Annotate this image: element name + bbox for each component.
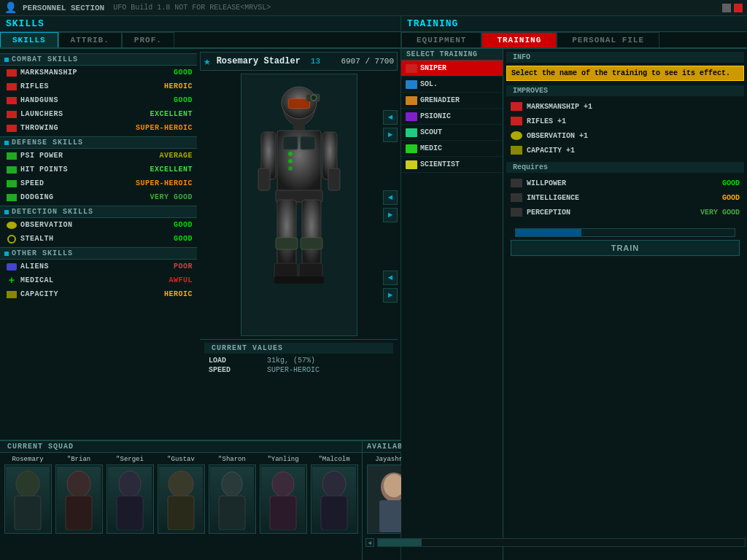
skills-title: SKILLS [6,18,44,29]
svg-point-28 [67,471,90,497]
cv-load: LOAD 31kg, (57%) [204,356,393,365]
improves-row-1: RIFLES +1 [506,114,744,128]
minimize-btn[interactable] [722,4,731,12]
skill-dodging: DODGING VERY GOOD [0,190,197,204]
svg-point-30 [119,471,141,497]
squad-member-0[interactable]: Rosemary [3,456,53,534]
portrait-6 [311,464,358,534]
requires-header: Requires [506,162,744,173]
improves-observation-icon [511,131,522,140]
portrait-4 [209,464,256,534]
capacity-icon [6,290,18,299]
close-btn[interactable] [734,4,743,12]
training-item-scientist[interactable]: SCIENTIST [401,157,503,173]
squad-members-list: Rosemary "Brian [0,453,362,537]
improves-row-3: CAPACITY +1 [506,143,744,158]
soldier-name-bar: ★ Rosemary Stadler 13 6907 / 7700 [200,52,398,71]
training-item-medic[interactable]: MEDIC [401,141,503,157]
progress-bar-bg [515,228,735,237]
tab-attrib[interactable]: ATTRIB. [58,32,122,47]
skill-stealth: STEALTH GOOD [0,232,197,246]
svg-point-32 [169,471,193,497]
training-item-grenadier[interactable]: GRENADIER [401,93,503,109]
build-info: UFO Build 1.8 NOT FOR RELEASE<MRVSL> [113,4,271,12]
training-tab-bar: EQUIPMENT TRAINING PERSONAL FILE [401,32,747,49]
info-header: INFO [506,52,744,63]
train-button[interactable]: TRAIN [511,240,740,256]
prev-arrow-3[interactable]: ◄ [383,271,398,285]
train-btn-area: TRAIN [506,219,744,262]
skill-throwing: THROWING SUPER-HEROIC [0,121,197,135]
skill-launchers: LAUNCHERS EXCELLENT [0,107,197,121]
soldier-figure: ★ Rosemary Stadler 13 6907 / 7700 [197,49,400,440]
tab-personal-file[interactable]: PERSONAL FILE [557,32,659,47]
other-sq-icon [4,252,9,256]
req-intelligence-icon [511,193,522,202]
training-item-sol[interactable]: SOL. [401,77,503,93]
improves-row-2: OBSERVATION +1 [506,128,744,143]
tab-equipment[interactable]: EQUIPMENT [401,32,481,47]
nav-arrows-3: ◄ ► [383,271,398,304]
launchers-icon [6,110,18,119]
req-perception-icon [511,208,522,217]
scroll-bar[interactable] [377,538,746,547]
soldier-rank: 13 [311,57,320,66]
skill-rifles: RIFLES HEROIC [0,79,197,93]
aliens-icon [6,262,18,271]
scroll-thumb [378,539,422,546]
squad-member-5[interactable]: "Yanling [258,456,308,534]
svg-rect-27 [15,496,41,530]
training-item-scout[interactable]: SCOUT [401,125,503,141]
svg-point-38 [322,471,346,497]
skills-header: SKILLS [0,16,400,32]
improves-row-0: MARKSMANSHIP +1 [506,99,744,114]
dodging-icon [6,193,18,202]
other-skills-header: OTHER SKILLS [0,247,197,260]
tab-prof[interactable]: PROF. [122,32,174,47]
training-title: TRAINING [407,18,458,29]
svg-rect-18 [301,238,322,249]
nav-arrows: ◄ ► [383,110,398,144]
speed-icon [6,179,18,188]
soldier-portrait [241,74,357,336]
squad-member-2[interactable]: "Sergei [105,456,155,534]
soldier-rank-icon: ★ [204,54,211,69]
tab-skills[interactable]: SKILLS [0,32,58,47]
combat-skills-header: COMBAT SKILLS [0,53,197,66]
training-item-sniper[interactable]: SNIPER [401,61,503,77]
prev-arrow-2[interactable]: ◄ [383,190,398,205]
squad-member-1[interactable]: "Brian [54,456,104,534]
next-arrow-3[interactable]: ► [383,288,398,303]
training-tooltip: Select the name of the training to see i… [506,66,744,81]
requires-row-0: WILLPOWER GOOD [506,176,744,190]
detection-skills-header: DETECTION SKILLS [0,206,197,218]
rifles-icon [6,82,18,91]
skill-psi: PSI POWER AVERAGE [0,149,197,163]
svg-rect-35 [219,496,245,530]
training-list-panel: SELECT TRAINING SNIPER SOL. GRENADIER PS… [401,49,503,560]
svg-rect-15 [277,200,296,265]
scroll-left-btn[interactable]: ◄ [365,538,374,547]
skills-tab-bar: SKILLS ATTRIB. PROF. [0,32,400,49]
next-arrow-2[interactable]: ► [383,208,398,222]
squad-member-3[interactable]: "Gustav [156,456,206,534]
training-item-psionic[interactable]: PSIONIC [401,109,503,125]
squad-member-6[interactable]: "Malcolm [309,456,359,534]
left-panel: SKILLS SKILLS ATTRIB. PROF. COMBAT SKILL… [0,16,401,560]
tab-training[interactable]: TRAINING [481,32,557,47]
soldier-icon [406,80,417,89]
progress-bar-fill [516,229,581,236]
skill-capacity: CAPACITY HEROIC [0,287,197,301]
portrait-0 [4,464,52,534]
skill-handguns: HANDGUNS GOOD [0,93,197,107]
observation-icon [6,221,18,230]
prev-arrow[interactable]: ◄ [383,110,398,125]
marksmanship-icon [6,69,18,77]
right-panel: TRAINING EQUIPMENT TRAINING PERSONAL FIL… [401,16,747,560]
squad-member-4[interactable]: "Sharon [207,456,257,534]
next-arrow[interactable]: ► [383,128,398,142]
svg-point-34 [222,472,242,497]
svg-rect-17 [302,200,321,265]
select-training-header: SELECT TRAINING [401,49,503,61]
skill-aliens: ALIENS POOR [0,260,197,273]
